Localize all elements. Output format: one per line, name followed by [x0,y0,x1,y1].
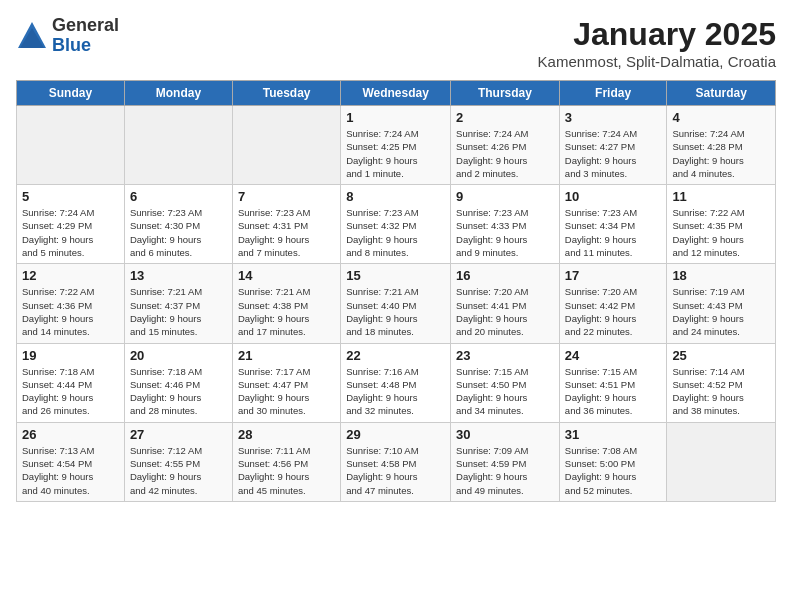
page-header: General Blue January 2025 Kamenmost, Spl… [16,16,776,70]
calendar-day-cell: 21Sunrise: 7:17 AM Sunset: 4:47 PM Dayli… [232,343,340,422]
day-detail: Sunrise: 7:24 AM Sunset: 4:28 PM Dayligh… [672,127,770,180]
calendar-day-cell: 5Sunrise: 7:24 AM Sunset: 4:29 PM Daylig… [17,185,125,264]
day-detail: Sunrise: 7:23 AM Sunset: 4:31 PM Dayligh… [238,206,335,259]
day-number: 30 [456,427,554,442]
day-number: 16 [456,268,554,283]
calendar-day-cell: 2Sunrise: 7:24 AM Sunset: 4:26 PM Daylig… [451,106,560,185]
calendar-day-cell: 10Sunrise: 7:23 AM Sunset: 4:34 PM Dayli… [559,185,667,264]
calendar-day-cell: 16Sunrise: 7:20 AM Sunset: 4:41 PM Dayli… [451,264,560,343]
day-number: 5 [22,189,119,204]
day-detail: Sunrise: 7:08 AM Sunset: 5:00 PM Dayligh… [565,444,662,497]
day-detail: Sunrise: 7:11 AM Sunset: 4:56 PM Dayligh… [238,444,335,497]
calendar-day-cell: 25Sunrise: 7:14 AM Sunset: 4:52 PM Dayli… [667,343,776,422]
title-block: January 2025 Kamenmost, Split-Dalmatia, … [538,16,776,70]
calendar-day-cell: 4Sunrise: 7:24 AM Sunset: 4:28 PM Daylig… [667,106,776,185]
calendar-day-cell: 8Sunrise: 7:23 AM Sunset: 4:32 PM Daylig… [341,185,451,264]
day-detail: Sunrise: 7:20 AM Sunset: 4:42 PM Dayligh… [565,285,662,338]
day-detail: Sunrise: 7:12 AM Sunset: 4:55 PM Dayligh… [130,444,227,497]
day-number: 7 [238,189,335,204]
calendar-day-cell: 12Sunrise: 7:22 AM Sunset: 4:36 PM Dayli… [17,264,125,343]
calendar-day-cell: 26Sunrise: 7:13 AM Sunset: 4:54 PM Dayli… [17,422,125,501]
calendar-day-cell: 17Sunrise: 7:20 AM Sunset: 4:42 PM Dayli… [559,264,667,343]
day-number: 31 [565,427,662,442]
calendar-week-row: 1Sunrise: 7:24 AM Sunset: 4:25 PM Daylig… [17,106,776,185]
day-detail: Sunrise: 7:22 AM Sunset: 4:35 PM Dayligh… [672,206,770,259]
day-detail: Sunrise: 7:24 AM Sunset: 4:26 PM Dayligh… [456,127,554,180]
day-number: 21 [238,348,335,363]
day-number: 15 [346,268,445,283]
day-number: 13 [130,268,227,283]
day-number: 17 [565,268,662,283]
calendar-day-cell: 7Sunrise: 7:23 AM Sunset: 4:31 PM Daylig… [232,185,340,264]
calendar-day-cell: 31Sunrise: 7:08 AM Sunset: 5:00 PM Dayli… [559,422,667,501]
day-number: 19 [22,348,119,363]
day-detail: Sunrise: 7:19 AM Sunset: 4:43 PM Dayligh… [672,285,770,338]
weekday-header: Wednesday [341,81,451,106]
calendar-table: SundayMondayTuesdayWednesdayThursdayFrid… [16,80,776,502]
calendar-header: SundayMondayTuesdayWednesdayThursdayFrid… [17,81,776,106]
day-detail: Sunrise: 7:20 AM Sunset: 4:41 PM Dayligh… [456,285,554,338]
day-number: 12 [22,268,119,283]
calendar-day-cell [667,422,776,501]
day-number: 2 [456,110,554,125]
weekday-header: Thursday [451,81,560,106]
day-number: 23 [456,348,554,363]
calendar-day-cell: 27Sunrise: 7:12 AM Sunset: 4:55 PM Dayli… [124,422,232,501]
day-number: 14 [238,268,335,283]
day-detail: Sunrise: 7:24 AM Sunset: 4:25 PM Dayligh… [346,127,445,180]
calendar-day-cell: 22Sunrise: 7:16 AM Sunset: 4:48 PM Dayli… [341,343,451,422]
day-number: 4 [672,110,770,125]
day-number: 11 [672,189,770,204]
calendar-day-cell: 6Sunrise: 7:23 AM Sunset: 4:30 PM Daylig… [124,185,232,264]
day-detail: Sunrise: 7:10 AM Sunset: 4:58 PM Dayligh… [346,444,445,497]
logo-blue-text: Blue [52,36,119,56]
day-number: 29 [346,427,445,442]
day-number: 6 [130,189,227,204]
calendar-day-cell: 3Sunrise: 7:24 AM Sunset: 4:27 PM Daylig… [559,106,667,185]
day-number: 27 [130,427,227,442]
logo: General Blue [16,16,119,56]
weekday-header: Sunday [17,81,125,106]
calendar-day-cell [124,106,232,185]
weekday-header: Saturday [667,81,776,106]
day-detail: Sunrise: 7:23 AM Sunset: 4:30 PM Dayligh… [130,206,227,259]
weekday-row: SundayMondayTuesdayWednesdayThursdayFrid… [17,81,776,106]
day-detail: Sunrise: 7:24 AM Sunset: 4:29 PM Dayligh… [22,206,119,259]
calendar-day-cell [17,106,125,185]
calendar-day-cell [232,106,340,185]
calendar-body: 1Sunrise: 7:24 AM Sunset: 4:25 PM Daylig… [17,106,776,502]
day-number: 20 [130,348,227,363]
day-number: 26 [22,427,119,442]
weekday-header: Friday [559,81,667,106]
calendar-day-cell: 1Sunrise: 7:24 AM Sunset: 4:25 PM Daylig… [341,106,451,185]
day-number: 1 [346,110,445,125]
day-number: 22 [346,348,445,363]
calendar-day-cell: 24Sunrise: 7:15 AM Sunset: 4:51 PM Dayli… [559,343,667,422]
calendar-day-cell: 18Sunrise: 7:19 AM Sunset: 4:43 PM Dayli… [667,264,776,343]
day-number: 18 [672,268,770,283]
month-title: January 2025 [538,16,776,53]
day-detail: Sunrise: 7:24 AM Sunset: 4:27 PM Dayligh… [565,127,662,180]
day-detail: Sunrise: 7:23 AM Sunset: 4:32 PM Dayligh… [346,206,445,259]
calendar-day-cell: 20Sunrise: 7:18 AM Sunset: 4:46 PM Dayli… [124,343,232,422]
calendar-day-cell: 11Sunrise: 7:22 AM Sunset: 4:35 PM Dayli… [667,185,776,264]
day-detail: Sunrise: 7:21 AM Sunset: 4:40 PM Dayligh… [346,285,445,338]
calendar-day-cell: 19Sunrise: 7:18 AM Sunset: 4:44 PM Dayli… [17,343,125,422]
day-number: 24 [565,348,662,363]
day-number: 28 [238,427,335,442]
calendar-week-row: 19Sunrise: 7:18 AM Sunset: 4:44 PM Dayli… [17,343,776,422]
day-detail: Sunrise: 7:22 AM Sunset: 4:36 PM Dayligh… [22,285,119,338]
day-detail: Sunrise: 7:09 AM Sunset: 4:59 PM Dayligh… [456,444,554,497]
weekday-header: Tuesday [232,81,340,106]
day-detail: Sunrise: 7:13 AM Sunset: 4:54 PM Dayligh… [22,444,119,497]
day-number: 10 [565,189,662,204]
day-detail: Sunrise: 7:14 AM Sunset: 4:52 PM Dayligh… [672,365,770,418]
calendar-week-row: 5Sunrise: 7:24 AM Sunset: 4:29 PM Daylig… [17,185,776,264]
day-detail: Sunrise: 7:21 AM Sunset: 4:38 PM Dayligh… [238,285,335,338]
calendar-day-cell: 15Sunrise: 7:21 AM Sunset: 4:40 PM Dayli… [341,264,451,343]
day-number: 3 [565,110,662,125]
calendar-day-cell: 30Sunrise: 7:09 AM Sunset: 4:59 PM Dayli… [451,422,560,501]
calendar-day-cell: 23Sunrise: 7:15 AM Sunset: 4:50 PM Dayli… [451,343,560,422]
logo-icon [16,20,48,52]
weekday-header: Monday [124,81,232,106]
